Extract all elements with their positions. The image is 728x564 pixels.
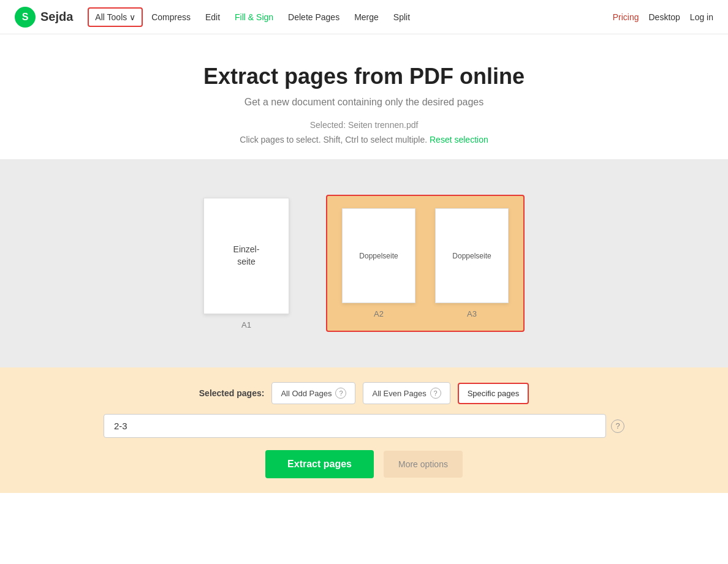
nav-fill-sign[interactable]: Fill & Sign: [229, 9, 279, 26]
page-card-1[interactable]: Einzel-seite: [203, 198, 289, 314]
logo-icon: S: [15, 7, 36, 28]
selected-pages-label: Selected pages:: [199, 388, 265, 398]
brand-name: Sejda: [40, 10, 73, 24]
nav-compress[interactable]: Compress: [145, 9, 197, 26]
selected-pages-group: Doppelseite A2 Doppelseite A3: [326, 195, 525, 332]
pages-input-row: ?: [15, 414, 713, 438]
pages-input[interactable]: [104, 414, 606, 438]
nav-all-tools[interactable]: All Tools ∨: [88, 7, 143, 27]
nav-delete-pages[interactable]: Delete Pages: [282, 9, 346, 26]
page-item-1: Einzel-seite A1: [203, 198, 289, 329]
nav-right: Pricing Desktop Log in: [613, 12, 713, 22]
page-title: Extract pages from PDF online: [15, 64, 713, 89]
more-options-button[interactable]: More options: [384, 451, 463, 478]
page-item-3: Doppelseite A3: [435, 208, 509, 318]
page-subtitle: Get a new document containing only the d…: [15, 97, 713, 108]
instruction-text: Click pages to select. Shift, Ctrl to se…: [15, 135, 713, 145]
filter-specific-pages[interactable]: Specific pages: [458, 383, 529, 404]
nav-links: All Tools ∨ Compress Edit Fill & Sign De…: [88, 7, 612, 27]
page-text-2: Doppelseite: [359, 252, 398, 260]
page-text-3: Doppelseite: [452, 252, 491, 260]
action-row: Extract pages More options: [15, 450, 713, 478]
filter-odd-pages[interactable]: All Odd Pages ?: [271, 382, 355, 404]
even-pages-help-icon[interactable]: ?: [430, 388, 441, 399]
selected-pages-row: Selected pages: All Odd Pages ? All Even…: [15, 382, 713, 404]
nav-edit[interactable]: Edit: [199, 9, 226, 26]
page-label-2: A2: [374, 309, 384, 318]
nav-split[interactable]: Split: [387, 9, 416, 26]
nav-pricing[interactable]: Pricing: [613, 12, 639, 22]
page-item-2: Doppelseite A2: [342, 208, 415, 318]
odd-pages-help-icon[interactable]: ?: [335, 388, 346, 399]
pages-area: Einzel-seite A1 Doppelseite A2 Doppelsei…: [0, 159, 728, 367]
filter-even-pages[interactable]: All Even Pages ?: [363, 382, 450, 404]
bottom-bar: Selected pages: All Odd Pages ? All Even…: [0, 367, 728, 493]
page-label-1: A1: [241, 320, 251, 329]
page-card-2[interactable]: Doppelseite: [342, 208, 415, 303]
page-card-3[interactable]: Doppelseite: [435, 208, 509, 303]
page-text-1: Einzel-seite: [233, 244, 260, 268]
nav-desktop[interactable]: Desktop: [648, 12, 680, 22]
page-label-3: A3: [467, 309, 477, 318]
extract-pages-button[interactable]: Extract pages: [265, 450, 374, 478]
hero-section: Extract pages from PDF online Get a new …: [0, 34, 728, 159]
reset-selection-link[interactable]: Reset selection: [430, 135, 488, 145]
selected-file: Selected: Seiten trennen.pdf: [15, 120, 713, 130]
nav-login[interactable]: Log in: [690, 12, 713, 22]
nav-merge[interactable]: Merge: [348, 9, 385, 26]
pages-input-help-icon[interactable]: ?: [611, 419, 624, 433]
logo[interactable]: S Sejda: [15, 7, 73, 28]
chevron-icon: ∨: [129, 12, 135, 22]
